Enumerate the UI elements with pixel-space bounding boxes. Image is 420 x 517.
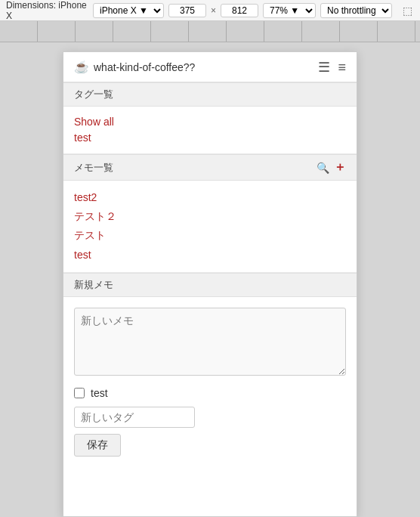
rotate-button[interactable]: ⬚ xyxy=(401,5,414,17)
new-tag-input[interactable] xyxy=(74,407,195,428)
memo-textarea[interactable] xyxy=(74,308,346,376)
new-memo-section-title: 新規メモ xyxy=(74,278,113,292)
bottom-spacer xyxy=(63,467,357,517)
tag-section-header: タグ一覧 xyxy=(63,82,357,107)
lines-icon: ≡ xyxy=(338,60,346,75)
list-item[interactable]: test2 xyxy=(74,188,346,207)
memo-list: test2 テスト２ テスト test xyxy=(63,181,357,273)
app-brand: ☕ what-kind-of-coffee?? xyxy=(74,60,195,74)
show-all-link[interactable]: Show all xyxy=(74,114,346,130)
add-icon: ＋ xyxy=(334,160,346,173)
new-memo-section-header: 新規メモ xyxy=(63,273,357,297)
new-memo-form: test 保存 xyxy=(63,297,357,467)
throttle-select[interactable]: No throttling xyxy=(320,3,392,18)
test-tag-link[interactable]: test xyxy=(74,130,346,146)
save-button[interactable]: 保存 xyxy=(74,434,121,457)
device-select[interactable]: iPhone X ▼ xyxy=(93,3,164,18)
ruler-ticks xyxy=(0,21,420,42)
hamburger-icon: ☰ xyxy=(318,60,330,75)
height-input[interactable] xyxy=(221,4,258,17)
hamburger-button[interactable]: ≡ xyxy=(338,60,346,74)
app-navbar: ☕ what-kind-of-coffee?? ☰ ≡ xyxy=(63,52,357,82)
add-memo-button[interactable]: ＋ xyxy=(334,159,346,175)
search-icon: 🔍 xyxy=(317,162,329,174)
checkbox-row: test xyxy=(74,387,346,399)
list-item[interactable]: テスト xyxy=(74,226,346,245)
brand-name: what-kind-of-coffee?? xyxy=(94,61,195,73)
checkbox-label: test xyxy=(91,387,108,399)
toolbar: Dimensions: iPhone X iPhone X ▼ × 77% ▼ … xyxy=(0,0,420,21)
search-button[interactable]: 🔍 xyxy=(317,159,329,175)
list-item[interactable]: test xyxy=(74,246,346,265)
navbar-icons: ☰ ≡ xyxy=(318,60,346,74)
phone-screen: ☕ what-kind-of-coffee?? ☰ ≡ タグ一覧 Show al… xyxy=(63,51,357,517)
menu-button[interactable]: ☰ xyxy=(318,60,330,74)
x-separator: × xyxy=(211,5,216,16)
tag-list: Show all test xyxy=(63,107,357,154)
width-input[interactable] xyxy=(168,4,206,17)
dimensions-label: Dimensions: iPhone X xyxy=(6,0,88,21)
test-checkbox[interactable] xyxy=(74,388,85,398)
phone-wrapper: ☕ what-kind-of-coffee?? ☰ ≡ タグ一覧 Show al… xyxy=(0,42,420,517)
memo-section-header: メモ一覧 🔍 ＋ xyxy=(63,154,357,181)
zoom-select[interactable]: 77% ▼ xyxy=(263,3,316,18)
memo-section-title: メモ一覧 xyxy=(74,161,113,175)
ruler-area xyxy=(0,21,420,42)
list-item[interactable]: テスト２ xyxy=(74,207,346,226)
memo-header-icons: 🔍 ＋ xyxy=(317,159,346,175)
coffee-icon: ☕ xyxy=(74,60,89,74)
tag-section-title: タグ一覧 xyxy=(74,88,113,101)
